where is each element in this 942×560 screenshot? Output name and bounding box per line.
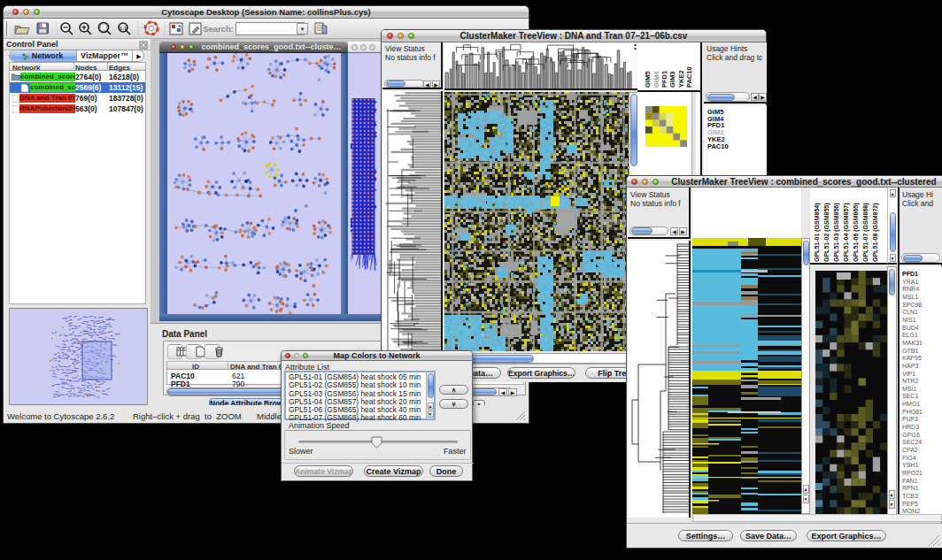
svg-text:YKE2: YKE2 xyxy=(677,70,685,88)
svg-text:GPL51-08 (GSM872): GPL51-08 (GSM872) xyxy=(872,203,879,262)
svg-text:GPL51-03 (GSM856): GPL51-03 (GSM856) xyxy=(833,203,840,262)
svg-text:PAC10: PAC10 xyxy=(685,66,693,88)
svg-text:GIM3: GIM3 xyxy=(668,72,676,88)
svg-text:GIM4: GIM4 xyxy=(652,71,660,88)
svg-text:GPL51-04 (GSM857): GPL51-04 (GSM857) xyxy=(843,203,850,262)
svg-text:GPL51-07 (GSM868): GPL51-07 (GSM868) xyxy=(862,203,869,262)
svg-text:1:1: 1:1 xyxy=(120,26,127,31)
svg-text:PFD1: PFD1 xyxy=(660,71,668,88)
svg-text:GPL51-06 (GSM865): GPL51-06 (GSM865) xyxy=(853,203,860,262)
svg-text:GIM5: GIM5 xyxy=(644,72,652,88)
svg-text:GPL51-01 (GSM854): GPL51-01 (GSM854) xyxy=(814,203,821,262)
svg-text:GPL51-02 (GSM855): GPL51-02 (GSM855) xyxy=(823,203,830,262)
